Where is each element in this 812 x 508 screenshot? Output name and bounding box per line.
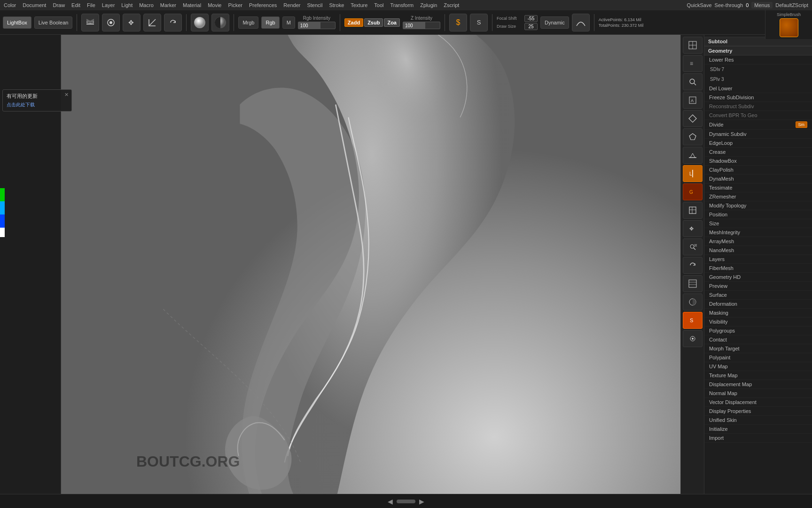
panel-icon-actual[interactable]: A (683, 92, 703, 109)
zremesher-row[interactable]: ZRemesher (704, 192, 812, 201)
menu-item-edit[interactable]: Edit (71, 2, 80, 8)
visibility-row[interactable]: Visibility (704, 318, 812, 326)
material-button[interactable] (211, 14, 229, 32)
menu-item-movie[interactable]: Movie (208, 2, 221, 8)
panel-icon-transp[interactable] (683, 294, 703, 310)
texture-map-row[interactable]: Texture Map (704, 371, 812, 380)
initialize-row[interactable]: Initialize (704, 425, 812, 434)
simplebrush-icon[interactable] (780, 18, 798, 37)
menu-item-tool[interactable]: Tool (374, 2, 383, 8)
panel-icon-move[interactable]: ✥ (683, 220, 703, 237)
preview-row[interactable]: Preview (704, 282, 812, 291)
surface-row[interactable]: Surface (704, 291, 812, 300)
notification-close-button[interactable]: ✕ (64, 92, 69, 98)
scroll-right-arrow[interactable]: ▶ (419, 498, 424, 505)
vector-displacement-row[interactable]: Vector Displacement (704, 398, 812, 407)
lower-res-label[interactable]: Lower Res (709, 57, 734, 63)
quicksave-label[interactable]: QuickSave (687, 2, 711, 8)
panel-icon-lsym[interactable]: L (683, 165, 703, 182)
move-button[interactable]: ✥ (123, 14, 141, 32)
array-mesh-row[interactable]: ArrayMesh (704, 237, 812, 246)
modify-topology-row[interactable]: Modify Topology (704, 201, 812, 210)
size-row[interactable]: Size (704, 219, 812, 228)
default-zscript-label[interactable]: DefaultZScript (775, 2, 808, 8)
draw-size-value[interactable]: 25 (524, 23, 538, 30)
m-button[interactable]: M (282, 16, 295, 29)
panel-icon-floor[interactable] (683, 147, 703, 164)
swatch-white[interactable] (0, 228, 5, 237)
display-properties-row[interactable]: Display Properties (704, 407, 812, 416)
focal-shift-value[interactable]: -55 (524, 15, 538, 22)
sm-button[interactable]: Sm (796, 121, 808, 128)
fiber-mesh-row[interactable]: FiberMesh (704, 264, 812, 273)
layers-row[interactable]: Layers (704, 255, 812, 264)
menu-item-material[interactable]: Material (183, 2, 201, 8)
divide-label[interactable]: Divide (709, 122, 724, 127)
scroll-left-arrow[interactable]: ◀ (388, 498, 393, 505)
rotate-button[interactable] (164, 14, 182, 32)
mesh-integrity-row[interactable]: MeshIntegrity (704, 228, 812, 237)
menu-item-transform[interactable]: Transform (390, 2, 414, 8)
panel-icon-solo[interactable]: S (683, 312, 703, 329)
menu-item-render[interactable]: Render (283, 2, 300, 8)
live-boolean-button[interactable]: Live Boolean (34, 16, 73, 29)
displacement-map-row[interactable]: Displacement Map (704, 380, 812, 389)
crease-row[interactable]: Crease (704, 148, 812, 157)
zoa-button[interactable]: Zoa (384, 18, 400, 27)
geometry-header[interactable]: Geometry (704, 46, 812, 56)
panel-icon-gyz[interactable]: G (683, 183, 703, 200)
mrgb-button[interactable]: Mrgb (238, 16, 258, 29)
menu-item-texture[interactable]: Texture (351, 2, 367, 8)
curve-icon[interactable] (572, 14, 590, 32)
menu-item-file[interactable]: File (87, 2, 95, 8)
panel-icon-scroll[interactable]: ≡ (683, 55, 703, 72)
panel-icon-zoom3d[interactable]: 3D (683, 238, 703, 255)
edit-button[interactable] (81, 14, 99, 32)
del-lower-row[interactable]: Del Lower (704, 84, 812, 93)
currency-icon[interactable]: $ (449, 14, 467, 32)
sphere-icon-button[interactable] (191, 14, 209, 32)
z-intensity-slider[interactable]: 100 (403, 22, 440, 29)
swatch-blue[interactable] (0, 214, 5, 228)
menu-item-zplugin[interactable]: Zplugin (420, 2, 437, 8)
freeze-subdivision-row[interactable]: Freeze SubDivision (704, 93, 812, 102)
unified-skin-row[interactable]: Unified Skin (704, 416, 812, 425)
claypolish-row[interactable]: ClayPolish (704, 166, 812, 175)
scale-button[interactable] (143, 14, 161, 32)
import-row[interactable]: Import (704, 434, 812, 443)
menu-item-stroke[interactable]: Stroke (329, 2, 344, 8)
menu-item-zscript[interactable]: Zscript (444, 2, 459, 8)
panel-icon-zoom[interactable] (683, 73, 703, 90)
menu-item-document[interactable]: Document (23, 2, 46, 8)
menu-item-preferences[interactable]: Preferences (249, 2, 277, 8)
menu-item-layer[interactable]: Layer (102, 2, 115, 8)
panel-icon-frame[interactable] (683, 202, 703, 219)
menu-item-draw[interactable]: Draw (53, 2, 65, 8)
panel-icon-polyf[interactable] (683, 128, 703, 145)
contact-row[interactable]: Contact (704, 335, 812, 344)
zsub-button[interactable]: Zsub (364, 18, 383, 27)
swatch-green[interactable] (0, 188, 5, 201)
menus-label[interactable]: Menus (751, 2, 773, 8)
scroll-indicator-bar[interactable] (397, 500, 415, 503)
dynamic-button[interactable]: Dynamic (540, 16, 569, 29)
tessimate-row[interactable]: Tessimate (704, 183, 812, 192)
lightbox-button[interactable]: LightBox (3, 16, 31, 29)
s-icon[interactable]: S (470, 14, 488, 32)
masking-row[interactable]: Masking (704, 309, 812, 318)
reconstruct-subdiv-row[interactable]: Reconstruct Subdiv (704, 102, 812, 111)
menu-item-marker[interactable]: Marker (160, 2, 176, 8)
menu-item-light[interactable]: Light (121, 2, 133, 8)
shadowbox-row[interactable]: ShadowBox (704, 157, 812, 166)
panel-icon-linefill[interactable] (683, 275, 703, 292)
convert-bpr-row[interactable]: Convert BPR To Geo (704, 111, 812, 120)
rgb-button[interactable]: Rgb (261, 16, 279, 29)
polypaint-row[interactable]: Polypaint (704, 353, 812, 362)
normal-map-row[interactable]: Normal Map (704, 389, 812, 398)
uv-map-row[interactable]: UV Map (704, 362, 812, 371)
dynamesh-row[interactable]: DynaMesh (704, 175, 812, 183)
polygroups-row[interactable]: Polygroups (704, 326, 812, 335)
geometry-hd-row[interactable]: Geometry HD (704, 273, 812, 282)
notification-download-link[interactable]: 点击此处下载 (7, 102, 35, 107)
nano-mesh-row[interactable]: NanoMesh (704, 246, 812, 255)
